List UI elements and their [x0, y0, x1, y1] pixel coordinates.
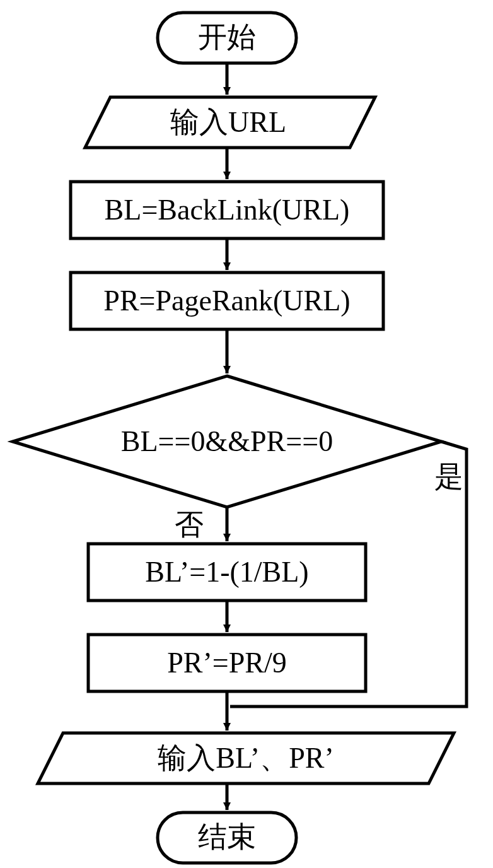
end-node: 结束: [158, 812, 296, 863]
output-label: 输入BL’、PR’: [158, 742, 334, 774]
output-node: 输入BL’、PR’: [38, 733, 454, 783]
proc2-label: PR=PageRank(URL): [103, 284, 350, 317]
proc3-label: BL’=1-(1/BL): [145, 556, 308, 588]
proc4-label: PR’=PR/9: [167, 647, 287, 679]
proc4-node: PR’=PR/9: [88, 635, 366, 691]
proc3-node: BL’=1-(1/BL): [88, 544, 366, 601]
proc1-node: BL=BackLink(URL): [71, 182, 383, 238]
end-label: 结束: [198, 821, 256, 853]
flowchart-canvas: 开始 输入URL BL=BackLink(URL) PR=PageRank(UR…: [0, 0, 493, 868]
branch-no-label: 否: [175, 508, 204, 541]
flowchart-svg: 开始 输入URL BL=BackLink(URL) PR=PageRank(UR…: [0, 0, 493, 868]
decision-label: BL==0&&PR==0: [121, 425, 333, 457]
branch-yes-label: 是: [434, 460, 463, 493]
start-node: 开始: [158, 13, 296, 63]
decision-node: BL==0&&PR==0: [13, 376, 441, 507]
start-label: 开始: [198, 21, 256, 53]
input-node: 输入URL: [85, 97, 375, 148]
proc1-label: BL=BackLink(URL): [105, 194, 350, 226]
input-label: 输入URL: [170, 106, 286, 138]
proc2-node: PR=PageRank(URL): [71, 273, 383, 329]
